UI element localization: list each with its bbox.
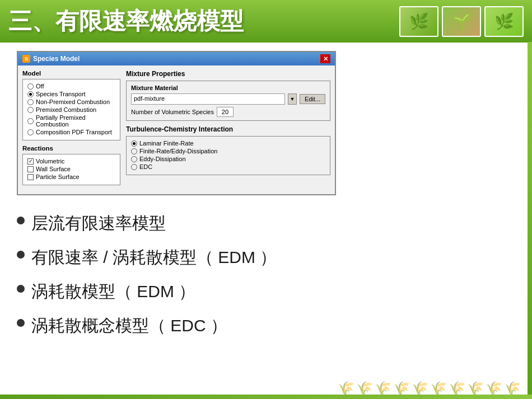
bullet-item-4: 涡耗散概念模型（ EDC ） bbox=[17, 314, 515, 336]
model-option-off[interactable]: Off bbox=[27, 83, 115, 90]
bullet-dot-4 bbox=[17, 319, 25, 327]
header-images: 🌿 🌱 🌿 bbox=[399, 6, 524, 37]
bullet-text-2: 有限速率 / 涡耗散模型（ EDM ） bbox=[31, 246, 277, 268]
mixture-properties-box: Mixture Material pdf-mixture ▼ Edit... N… bbox=[126, 81, 330, 121]
header-bar: 三、有限速率燃烧模型 🌿 🌱 🌿 bbox=[0, 0, 532, 43]
grass-3: 🌾 bbox=[375, 381, 391, 396]
seedling-icon-1: 🌱 bbox=[452, 12, 472, 31]
reaction-volumetric-label: Volumetric bbox=[36, 158, 64, 165]
dialog-app-icon: S bbox=[22, 55, 30, 63]
turbulence-section-heading: Turbulence-Chemistry Interaction bbox=[126, 125, 330, 133]
checkbox-volumetric bbox=[27, 158, 34, 165]
turbulence-edc-label: EDC bbox=[139, 163, 152, 170]
turbulence-laminar-label: Laminar Finite-Rate bbox=[139, 140, 194, 147]
model-off-label: Off bbox=[36, 83, 44, 90]
footer-decoration: 🌾 🌾 🌾 🌾 🌾 🌾 🌾 🌾 🌾 🌾 bbox=[364, 365, 532, 399]
bullet-item-3: 涡耗散模型（ EDM ） bbox=[17, 280, 515, 302]
reaction-particle-surface-label: Particle Surface bbox=[36, 173, 80, 180]
model-composition-pdf-label: Composition PDF Transport bbox=[36, 129, 112, 135]
turbulence-finite-rate-eddy-label: Finite-Rate/Eddy-Dissipation bbox=[139, 148, 217, 154]
turbulence-eddy-dissipation[interactable]: Eddy-Dissipation bbox=[131, 156, 325, 162]
radio-non-premixed bbox=[27, 99, 34, 105]
mixture-material-row: pdf-mixture ▼ Edit... bbox=[131, 93, 325, 105]
turbulence-options-box: Laminar Finite-Rate Finite-Rate/Eddy-Dis… bbox=[126, 136, 330, 175]
model-options-box: Off Species Transport Non-Premixed Combu… bbox=[22, 79, 120, 140]
reaction-particle-surface[interactable]: Particle Surface bbox=[27, 173, 115, 180]
header-image-3: 🌿 bbox=[484, 6, 524, 37]
dialog-title: Species Model bbox=[33, 55, 80, 63]
num-volumetric-row: Number of Volumetric Species bbox=[131, 107, 325, 117]
left-panel: Model Off Species Transport Non-Premi bbox=[22, 70, 120, 190]
radio-finite-rate-eddy bbox=[131, 148, 137, 154]
num-volumetric-input[interactable] bbox=[217, 107, 234, 117]
model-non-premixed-label: Non-Premixed Combustion bbox=[36, 98, 110, 105]
radio-premixed bbox=[27, 107, 34, 113]
grass-5: 🌾 bbox=[412, 381, 428, 396]
grass-4: 🌾 bbox=[393, 381, 410, 396]
dialog-titlebar-left: S Species Model bbox=[22, 55, 80, 63]
bullet-dot-1 bbox=[17, 217, 25, 224]
model-option-premixed[interactable]: Premixed Combustion bbox=[27, 106, 115, 113]
radio-species-transport bbox=[27, 91, 34, 97]
turbulence-edc[interactable]: EDC bbox=[131, 163, 325, 170]
species-model-dialog: S Species Model ✕ Model Off bbox=[17, 51, 336, 195]
mixture-material-label: Mixture Material bbox=[131, 85, 325, 91]
model-option-composition-pdf[interactable]: Composition PDF Transport bbox=[27, 129, 115, 135]
dialog-close-button[interactable]: ✕ bbox=[320, 54, 330, 63]
bullet-text-1: 层流有限速率模型 bbox=[31, 212, 166, 234]
model-option-species-transport[interactable]: Species Transport bbox=[27, 91, 115, 97]
model-premixed-label: Premixed Combustion bbox=[36, 106, 96, 113]
bullet-text-3: 涡耗散模型（ EDM ） bbox=[31, 280, 195, 302]
leaf-icon-2: 🌿 bbox=[494, 12, 514, 31]
reaction-volumetric[interactable]: Volumetric bbox=[27, 158, 115, 165]
turbulence-eddy-dissipation-label: Eddy-Dissipation bbox=[139, 156, 186, 162]
grass-8: 🌾 bbox=[467, 381, 484, 396]
dialog-body: Model Off Species Transport Non-Premi bbox=[18, 65, 335, 194]
reactions-section-label: Reactions bbox=[22, 145, 120, 152]
turbulence-finite-rate-eddy[interactable]: Finite-Rate/Eddy-Dissipation bbox=[131, 148, 325, 154]
mixture-material-dropdown[interactable]: pdf-mixture bbox=[131, 93, 285, 105]
dialog-titlebar: S Species Model ✕ bbox=[18, 52, 335, 65]
radio-composition-pdf bbox=[27, 129, 34, 135]
reaction-wall-surface-label: Wall Surface bbox=[36, 166, 71, 172]
edit-button[interactable]: Edit... bbox=[300, 94, 325, 104]
bottom-strip bbox=[0, 395, 532, 399]
checkbox-wall-surface bbox=[27, 166, 34, 172]
dropdown-arrow-icon[interactable]: ▼ bbox=[288, 93, 297, 105]
model-section-label: Model bbox=[22, 70, 120, 77]
checkbox-particle-surface bbox=[27, 174, 34, 180]
mixture-material-value: pdf-mixture bbox=[134, 95, 165, 102]
reactions-options-box: Volumetric Wall Surface Particle Surface bbox=[22, 154, 120, 185]
page-title: 三、有限速率燃烧模型 bbox=[8, 6, 244, 37]
model-species-transport-label: Species Transport bbox=[36, 91, 86, 97]
grass-6: 🌾 bbox=[430, 381, 447, 396]
grass-2: 🌾 bbox=[356, 381, 373, 396]
radio-off bbox=[27, 83, 34, 90]
mixture-properties-heading: Mixture Properties bbox=[126, 70, 330, 78]
right-side-decoration bbox=[528, 42, 532, 395]
model-option-partially-premixed[interactable]: Partially Premixed Combustion bbox=[27, 114, 115, 128]
turbulence-laminar-finite-rate[interactable]: Laminar Finite-Rate bbox=[131, 140, 325, 147]
radio-eddy-dissipation bbox=[131, 156, 137, 162]
bullet-item-1: 层流有限速率模型 bbox=[17, 212, 515, 234]
dialog-container: S Species Model ✕ Model Off bbox=[17, 51, 336, 195]
model-partially-premixed-label: Partially Premixed Combustion bbox=[36, 114, 115, 128]
bullet-item-2: 有限速率 / 涡耗散模型（ EDM ） bbox=[17, 246, 515, 268]
model-option-non-premixed[interactable]: Non-Premixed Combustion bbox=[27, 98, 115, 105]
reaction-wall-surface[interactable]: Wall Surface bbox=[27, 166, 115, 172]
bullet-text-4: 涡耗散概念模型（ EDC ） bbox=[31, 314, 227, 336]
grass-7: 🌾 bbox=[449, 381, 465, 396]
header-image-1: 🌿 bbox=[399, 6, 438, 37]
grass-1: 🌾 bbox=[338, 381, 354, 396]
radio-edc bbox=[131, 164, 137, 170]
radio-laminar-finite-rate bbox=[131, 140, 137, 147]
right-panel: Mixture Properties Mixture Material pdf-… bbox=[126, 70, 330, 190]
leaf-icon-1: 🌿 bbox=[409, 12, 429, 31]
bullet-list: 层流有限速率模型 有限速率 / 涡耗散模型（ EDM ） 涡耗散模型（ EDM … bbox=[0, 201, 532, 354]
grass-icons: 🌾 🌾 🌾 🌾 🌾 🌾 🌾 🌾 🌾 🌾 bbox=[338, 381, 521, 396]
radio-partially-premixed bbox=[27, 118, 34, 124]
header-image-2: 🌱 bbox=[442, 6, 481, 37]
bullet-dot-2 bbox=[17, 251, 25, 259]
grass-10: 🌾 bbox=[504, 381, 521, 396]
grass-9: 🌾 bbox=[486, 381, 502, 396]
